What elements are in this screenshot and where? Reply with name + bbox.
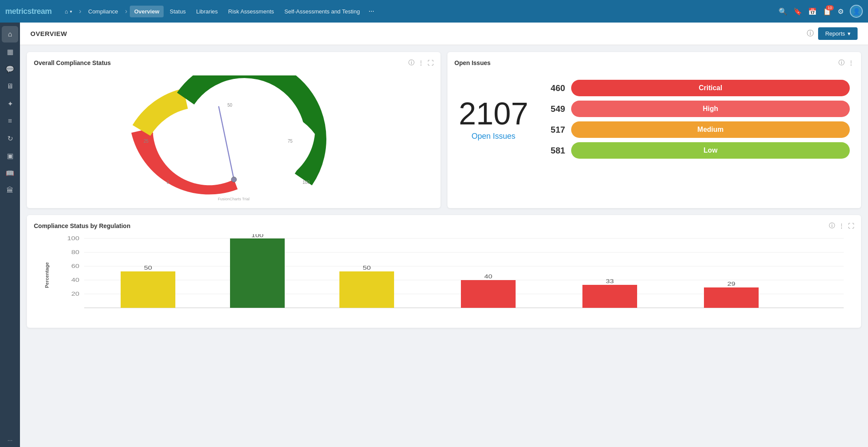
notification-badge: 10 <box>826 5 834 10</box>
sidebar-building[interactable]: 🏛 <box>2 182 18 199</box>
compliance-chart-header: Compliance Status by Regulation ⓘ ⋮ ⛶ <box>34 222 854 230</box>
apps-icon[interactable]: ⚙ <box>838 7 844 16</box>
open-issues-content: 2107 Open Issues 460 Critical 549 High 5… <box>454 71 854 167</box>
sidebar-settings[interactable]: ✦ <box>2 95 18 112</box>
open-issues-title: Open Issues <box>454 59 490 66</box>
gauge-card: Overall Compliance Status ⓘ ⋮ ⛶ <box>27 52 441 208</box>
sidebar-more[interactable]: ··· <box>7 437 13 444</box>
nav-compliance[interactable]: Compliance <box>84 6 122 17</box>
dashboard-grid: Overall Compliance Status ⓘ ⋮ ⛶ <box>20 45 868 215</box>
sidebar-monitor[interactable]: 🖥 <box>2 78 18 95</box>
svg-text:40: 40 <box>71 277 79 283</box>
svg-text:29: 29 <box>727 281 736 287</box>
bar-4[interactable] <box>461 280 516 308</box>
bookmark-icon[interactable]: 🔖 <box>793 7 802 16</box>
medium-count: 517 <box>546 125 565 135</box>
svg-text:33: 33 <box>606 278 614 284</box>
compliance-bar-chart: 100 80 60 40 20 50 100 50 <box>60 234 850 321</box>
gauge-card-actions: ⓘ ⋮ ⛶ <box>408 59 434 67</box>
sidebar-list[interactable]: ≡ <box>2 113 18 129</box>
sidebar-chat[interactable]: 💬 <box>2 61 18 77</box>
y-axis-label: Percentage <box>44 262 49 288</box>
gauge-help-icon[interactable]: ⓘ <box>408 59 414 67</box>
bar-6[interactable] <box>704 287 759 308</box>
sidebar-home[interactable]: ⌂ <box>2 26 18 42</box>
open-issues-header: Open Issues ⓘ ⋮ <box>454 59 854 67</box>
nav-overview[interactable]: Overview <box>130 6 164 17</box>
nav-more[interactable]: ··· <box>366 5 377 18</box>
sidebar-book[interactable]: 📖 <box>2 165 18 181</box>
sidebar-dashboard[interactable]: ▦ <box>2 43 18 60</box>
medium-badge[interactable]: Medium <box>571 121 850 138</box>
page-title: OVERVIEW <box>30 30 67 37</box>
chart-help-icon[interactable]: ⓘ <box>829 222 835 230</box>
issues-count-block: 2107 Open Issues <box>459 98 528 141</box>
nav-risk[interactable]: Risk Assessments <box>224 6 278 17</box>
svg-text:60: 60 <box>71 263 79 269</box>
issues-total-number: 2107 <box>459 98 528 129</box>
user-avatar[interactable]: 👤 <box>850 5 863 18</box>
bottom-section: Compliance Status by Regulation ⓘ ⋮ ⛶ Pe… <box>20 215 868 335</box>
issues-help-icon[interactable]: ⓘ <box>838 59 845 67</box>
issues-total-label: Open Issues <box>459 132 528 141</box>
gauge-container: 0 25 50 75 100 FusionCharts Trial <box>34 71 434 201</box>
critical-badge[interactable]: Critical <box>571 80 850 96</box>
critical-count: 460 <box>546 83 565 93</box>
calendar-icon[interactable]: 📅 <box>808 7 817 16</box>
issue-row-medium: 517 Medium <box>546 121 850 138</box>
nav-libraries[interactable]: Libraries <box>192 6 222 17</box>
gauge-label-0: 0 <box>167 180 169 185</box>
chart-expand-icon[interactable]: ⛶ <box>848 222 854 229</box>
issue-row-low: 581 Low <box>546 142 850 159</box>
logo[interactable]: metricstream <box>5 7 52 16</box>
svg-text:80: 80 <box>71 249 79 255</box>
nav-right: 🔍 🔖 📅 📋 10 ⚙ 👤 <box>779 5 863 18</box>
home-chevron: ▾ <box>70 9 72 14</box>
svg-text:100: 100 <box>251 234 263 238</box>
nav-items: ⌂ ▾ › Compliance › Overview Status Libra… <box>60 5 779 18</box>
issues-menu-icon[interactable]: ⋮ <box>848 59 854 66</box>
low-badge[interactable]: Low <box>571 142 850 159</box>
nav-breadcrumb-sep2: › <box>125 7 127 15</box>
main-content: OVERVIEW ⓘ Reports ▾ Overall Compliance … <box>20 23 868 447</box>
left-sidebar: ⌂ ▦ 💬 🖥 ✦ ≡ ↻ ▣ 📖 🏛 ··· <box>0 23 20 447</box>
gauge-label-100: 100 <box>302 180 310 185</box>
high-badge[interactable]: High <box>571 101 850 117</box>
reports-button[interactable]: Reports ▾ <box>818 27 858 40</box>
open-issues-actions: ⓘ ⋮ <box>838 59 854 67</box>
help-icon[interactable]: ⓘ <box>807 29 814 38</box>
sidebar-refresh[interactable]: ↻ <box>2 130 18 147</box>
header-actions: ⓘ Reports ▾ <box>807 27 858 40</box>
gauge-label-75: 75 <box>288 139 293 144</box>
gauge-label-25: 25 <box>144 139 149 144</box>
bar-5[interactable] <box>582 285 637 308</box>
compliance-chart-title: Compliance Status by Regulation <box>34 222 130 229</box>
low-count: 581 <box>546 146 565 156</box>
bar-3[interactable] <box>339 271 394 308</box>
issue-row-critical: 460 Critical <box>546 80 850 96</box>
gauge-svg: 0 25 50 75 100 <box>121 75 347 197</box>
gauge-menu-icon[interactable]: ⋮ <box>418 59 424 66</box>
page-header: OVERVIEW ⓘ Reports ▾ <box>20 23 868 45</box>
compliance-chart-actions: ⓘ ⋮ ⛶ <box>829 222 854 230</box>
logo-text: metricstream <box>5 7 52 16</box>
notifications-icon[interactable]: 📋 10 <box>823 7 832 16</box>
bar-2[interactable] <box>230 238 285 308</box>
fusion-label: FusionCharts Trial <box>218 197 250 201</box>
nav-self-assess[interactable]: Self-Assessments and Testing <box>280 6 364 17</box>
gauge-card-title: Overall Compliance Status <box>34 59 111 66</box>
bar-1[interactable] <box>121 271 175 308</box>
nav-home[interactable]: ⌂ ▾ <box>60 6 76 17</box>
svg-text:100: 100 <box>67 235 79 241</box>
home-icon: ⌂ <box>65 8 68 15</box>
nav-status[interactable]: Status <box>165 6 190 17</box>
search-icon[interactable]: 🔍 <box>779 7 787 16</box>
svg-text:20: 20 <box>71 291 79 297</box>
gauge-card-header: Overall Compliance Status ⓘ ⋮ ⛶ <box>34 59 434 67</box>
sidebar-folder[interactable]: ▣ <box>2 147 18 164</box>
nav-breadcrumb-sep1: › <box>79 7 81 15</box>
chart-menu-icon[interactable]: ⋮ <box>838 222 845 229</box>
svg-text:50: 50 <box>144 265 152 271</box>
gauge-label-50: 50 <box>227 103 233 108</box>
gauge-expand-icon[interactable]: ⛶ <box>427 59 434 66</box>
